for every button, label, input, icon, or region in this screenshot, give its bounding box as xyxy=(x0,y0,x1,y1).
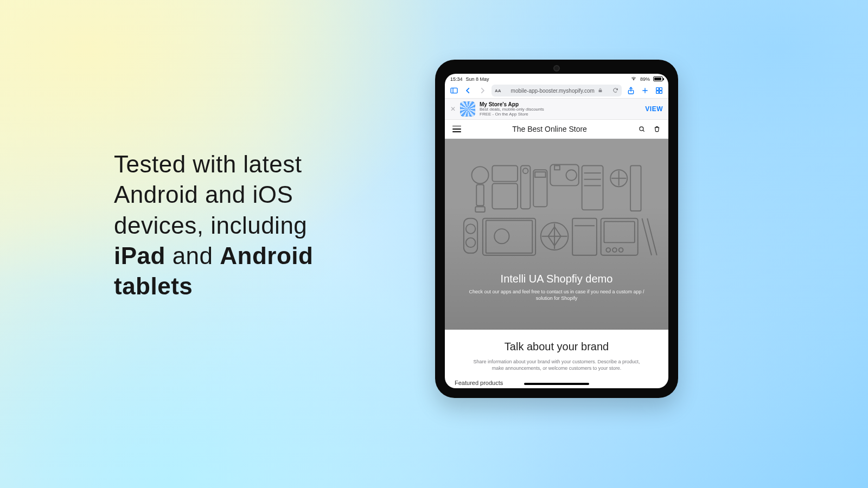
close-icon[interactable]: ✕ xyxy=(450,105,456,113)
sidebar-icon[interactable] xyxy=(449,86,459,95)
wifi-icon xyxy=(630,76,637,81)
home-indicator[interactable] xyxy=(524,383,589,385)
cart-icon[interactable] xyxy=(653,125,661,133)
headline-block: Tested with latest Android and iOS devic… xyxy=(114,149,396,302)
tabs-icon[interactable] xyxy=(654,86,664,95)
status-date: Sun 8 May xyxy=(466,76,489,82)
hero-section: Intelli UA Shopfiy demo Check out our ap… xyxy=(445,139,668,330)
svg-rect-5 xyxy=(656,88,659,91)
store-title: The Best Online Store xyxy=(512,125,587,133)
promo-stage: Tested with latest Android and iOS devic… xyxy=(0,0,868,488)
smart-app-banner: ✕ My Store's App Best deals, mobile-only… xyxy=(445,99,668,120)
headline-bold-tablets: tablets xyxy=(114,273,193,299)
brand-title: Talk about your brand xyxy=(455,341,659,353)
status-battery-pct: 89% xyxy=(640,76,650,82)
address-bar[interactable]: AA mobile-app-booster.myshopify.com xyxy=(492,85,622,97)
new-tab-icon[interactable] xyxy=(640,86,650,95)
headline-mid: and xyxy=(165,242,220,269)
headline-line-3: devices, including xyxy=(114,212,307,239)
brand-sub: Share information about your brand with … xyxy=(455,358,659,372)
status-time: 15:34 xyxy=(450,76,463,82)
text-size-icon[interactable]: AA xyxy=(492,88,501,93)
share-icon[interactable] xyxy=(626,86,636,95)
battery-icon xyxy=(653,76,663,81)
reload-icon[interactable] xyxy=(612,87,622,94)
brand-section: Talk about your brand Share information … xyxy=(445,330,668,377)
view-button[interactable]: VIEW xyxy=(645,105,663,113)
search-icon[interactable] xyxy=(638,125,646,133)
store-header: The Best Online Store xyxy=(445,120,668,139)
headline-bold-android: Android xyxy=(220,242,313,269)
banner-sub-2: FREE - On the App Store xyxy=(480,112,544,117)
forward-icon xyxy=(477,86,487,95)
svg-rect-7 xyxy=(656,91,659,94)
hero-title: Intelli UA Shopfiy demo xyxy=(445,273,668,285)
svg-rect-6 xyxy=(660,88,662,91)
ipad-device-frame: 15:34 Sun 8 May 89% xyxy=(435,60,678,398)
url-text: mobile-app-booster.myshopify.com xyxy=(511,88,595,94)
hero-sub: Check out our apps and feel free to cont… xyxy=(445,288,668,301)
svg-point-9 xyxy=(640,127,643,131)
ipad-camera xyxy=(553,65,560,72)
ipad-screen: 15:34 Sun 8 May 89% xyxy=(445,74,668,388)
menu-icon[interactable] xyxy=(452,126,461,132)
headline-line-1: Tested with latest xyxy=(114,151,302,177)
svg-line-10 xyxy=(643,130,644,132)
svg-rect-0 xyxy=(451,88,457,93)
back-icon[interactable] xyxy=(463,86,473,95)
status-bar: 15:34 Sun 8 May 89% xyxy=(445,74,668,83)
svg-rect-8 xyxy=(660,91,662,94)
lock-icon xyxy=(598,88,603,94)
app-icon xyxy=(460,101,475,117)
safari-toolbar: AA mobile-app-booster.myshopify.com xyxy=(445,83,668,99)
headline-bold-ipad: iPad xyxy=(114,242,165,269)
headline-line-2: Android and iOS xyxy=(114,181,293,208)
